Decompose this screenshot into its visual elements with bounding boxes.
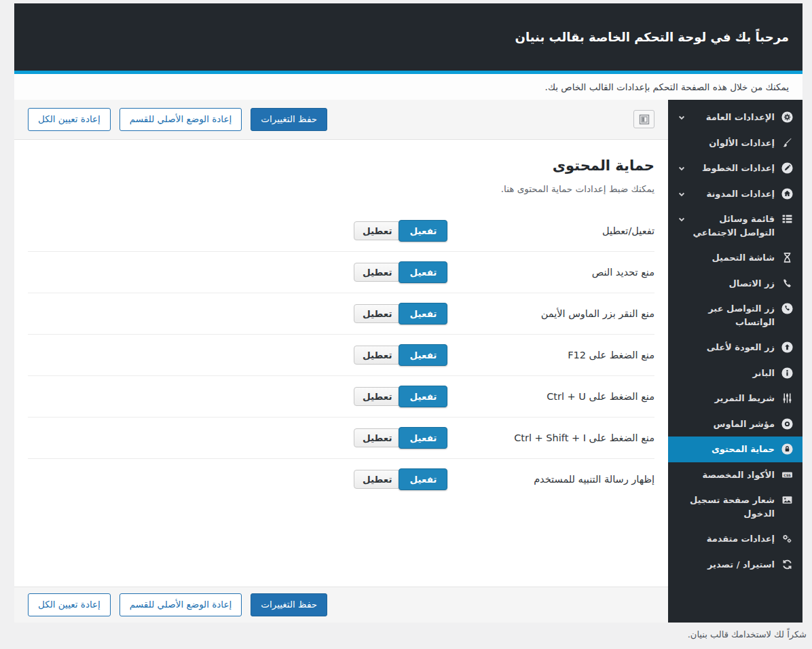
sidebar-item-import-export[interactable]: استيراد / تصدير: [668, 552, 802, 578]
sidebar-item-content-protection[interactable]: حماية المحتوى: [668, 437, 802, 462]
intro-bar: يمكنك من خلال هذه الصفحة التحكم بإعدادات…: [14, 74, 802, 100]
enable-button[interactable]: تفعيل: [399, 261, 447, 283]
sidebar-item-label: الإعدادات العامة: [692, 111, 775, 124]
sidebar-item-font-settings[interactable]: إعدادات الخطوط: [668, 155, 802, 181]
disable-button[interactable]: تعطيل: [354, 263, 401, 282]
disable-button[interactable]: تعطيل: [354, 304, 401, 323]
sidebar-item-label: شريط التمرير: [678, 392, 775, 405]
enable-button[interactable]: تفعيل: [399, 386, 447, 407]
sidebar-item-label: زر العودة لأعلى: [678, 341, 775, 354]
sidebar-item-advanced-settings[interactable]: إعدادات متقدمة: [668, 526, 802, 552]
reset-section-button[interactable]: إعادة الوضع الأصلي للقسم: [119, 593, 242, 616]
enable-button[interactable]: تفعيل: [399, 344, 447, 366]
sidebar-item-label: زر التواصل عبر الواتساب: [678, 302, 775, 329]
main-area: الإعدادات العامة إعدادات الألوان إعدادات…: [14, 100, 802, 623]
page-header: مرحباً بك في لوحة التحكم الخاصة بقالب بن…: [14, 3, 802, 71]
sidebar-item-back-to-top[interactable]: زر العودة لأعلى: [668, 335, 802, 360]
image-icon: [781, 494, 793, 506]
phone-icon: [781, 278, 793, 289]
section-description: يمكنك ضبط إعدادات حماية المحتوى هنا.: [28, 183, 654, 194]
sidebar-item-call-button[interactable]: زر الاتصال: [668, 271, 802, 297]
setting-label: منع النقر بزر الماوس الأيمن: [447, 308, 654, 319]
cursor-icon: [781, 418, 793, 430]
setting-row: منع النقر بزر الماوس الأيمن تفعيل تعطيل: [28, 293, 654, 335]
sidebar-item-custom-codes[interactable]: CSS الأكواد المخصصة: [668, 462, 802, 488]
setting-row: منع الضغط على F12 تفعيل تعطيل: [28, 335, 654, 376]
sidebar-item-label: استيراد / تصدير: [678, 558, 775, 572]
chevron-down-icon: [678, 113, 686, 122]
setting-control: تفعيل تعطيل: [28, 386, 447, 407]
toggle-switch: تفعيل تعطيل: [354, 220, 447, 242]
toggle-switch: تفعيل تعطيل: [354, 427, 447, 449]
enable-button[interactable]: تفعيل: [399, 468, 447, 490]
list-icon: [781, 213, 793, 225]
panel-layout-icon: [639, 114, 650, 125]
sidebar-item-whatsapp-button[interactable]: زر التواصل عبر الواتساب: [668, 296, 802, 335]
sidebar-item-label: إعدادات المدونة: [692, 187, 775, 201]
info-icon: [781, 367, 793, 379]
sidebar-item-general-settings[interactable]: الإعدادات العامة: [668, 105, 802, 130]
setting-control: تفعيل تعطيل: [28, 220, 447, 242]
css-icon: CSS: [781, 469, 793, 481]
pencil-icon: [781, 162, 793, 174]
toggle-switch: تفعيل تعطيل: [354, 261, 447, 283]
setting-label: تفعيل/تعطيل: [447, 225, 654, 236]
setting-label: منع الضغط على F12: [447, 350, 654, 360]
hourglass-icon: [781, 252, 793, 263]
svg-text:CSS: CSS: [783, 472, 791, 477]
sidebar-item-label: قائمة وسائل التواصل الاجتماعي: [692, 212, 775, 239]
sidebar-item-label: شعار صفحة تسجيل الدخول: [678, 494, 775, 520]
section-body: حماية المحتوى يمكنك ضبط إعدادات حماية ال…: [14, 140, 668, 587]
brush-icon: [781, 137, 793, 149]
whatsapp-icon: [781, 303, 793, 314]
save-changes-button[interactable]: حفظ التغييرات: [251, 593, 327, 616]
sidebar-item-social-media-list[interactable]: قائمة وسائل التواصل الاجتماعي: [668, 206, 802, 245]
setting-label: منع تحديد النص: [447, 267, 654, 278]
sidebar-item-blog-settings[interactable]: إعدادات المدونة: [668, 181, 802, 207]
enable-button[interactable]: تفعيل: [399, 427, 447, 449]
disable-button[interactable]: تعطيل: [354, 387, 401, 406]
footer: شكراً لك لاستخدامك قالب بنيان.: [0, 623, 812, 646]
sidebar-item-label: زر الاتصال: [678, 277, 775, 291]
sidebar-item-mouse-cursor[interactable]: مؤشر الماوس: [668, 411, 802, 437]
sidebar-item-label: إعدادات متقدمة: [678, 532, 775, 546]
setting-control: تفعيل تعطيل: [28, 468, 447, 490]
enable-button[interactable]: تفعيل: [399, 303, 447, 324]
page-title: مرحباً بك في لوحة التحكم الخاصة بقالب بن…: [515, 30, 789, 44]
disable-button[interactable]: تعطيل: [354, 470, 401, 489]
setting-control: تفعيل تعطيل: [28, 344, 447, 366]
admin-page: مرحباً بك في لوحة التحكم الخاصة بقالب بن…: [0, 0, 812, 623]
home-icon: [781, 188, 793, 200]
chevron-down-icon: [678, 164, 686, 172]
sidebar-item-label: إعدادات الألوان: [678, 136, 775, 150]
toggle-switch: تفعيل تعطيل: [354, 468, 447, 490]
settings-sidebar: الإعدادات العامة إعدادات الألوان إعدادات…: [668, 100, 802, 623]
sidebar-item-loading-screen[interactable]: شاشة التحميل: [668, 245, 802, 271]
setting-label: منع الضغط على Ctrl + Shift + I: [447, 432, 654, 443]
setting-control: تفعيل تعطيل: [28, 427, 447, 449]
setting-row: منع تحديد النص تفعيل تعطيل: [28, 252, 654, 293]
reset-section-button[interactable]: إعادة الوضع الأصلي للقسم: [119, 108, 242, 131]
toggle-switch: تفعيل تعطيل: [354, 303, 447, 324]
sidebar-item-label: الأكواد المخصصة: [678, 468, 775, 482]
disable-button[interactable]: تعطيل: [354, 221, 401, 240]
panel-toggle-button[interactable]: [633, 110, 654, 128]
disable-button[interactable]: تعطيل: [354, 428, 401, 447]
reset-all-button[interactable]: إعادة تعيين الكل: [28, 593, 111, 616]
sidebar-item-label: البانر: [678, 367, 775, 380]
save-changes-button[interactable]: حفظ التغييرات: [251, 108, 327, 131]
top-toolbar: حفظ التغييرات إعادة الوضع الأصلي للقسم إ…: [14, 100, 668, 140]
sync-icon: [781, 559, 793, 570]
reset-all-button[interactable]: إعادة تعيين الكل: [28, 108, 111, 131]
sidebar-item-login-logo[interactable]: شعار صفحة تسجيل الدخول: [668, 487, 802, 526]
sidebar-item-scrollbar[interactable]: شريط التمرير: [668, 386, 802, 411]
disable-button[interactable]: تعطيل: [354, 346, 401, 365]
toolbar-actions: حفظ التغييرات إعادة الوضع الأصلي للقسم إ…: [28, 593, 327, 616]
enable-button[interactable]: تفعيل: [399, 220, 447, 242]
setting-row: إظهار رسالة التنبيه للمستخدم تفعيل تعطيل: [28, 459, 654, 500]
footer-text: شكراً لك لاستخدامك قالب بنيان.: [688, 629, 807, 639]
setting-label: إظهار رسالة التنبيه للمستخدم: [447, 474, 654, 485]
sidebar-item-banner[interactable]: البانر: [668, 360, 802, 386]
toolbar-actions: حفظ التغييرات إعادة الوضع الأصلي للقسم إ…: [28, 108, 327, 131]
sidebar-item-color-settings[interactable]: إعدادات الألوان: [668, 130, 802, 156]
